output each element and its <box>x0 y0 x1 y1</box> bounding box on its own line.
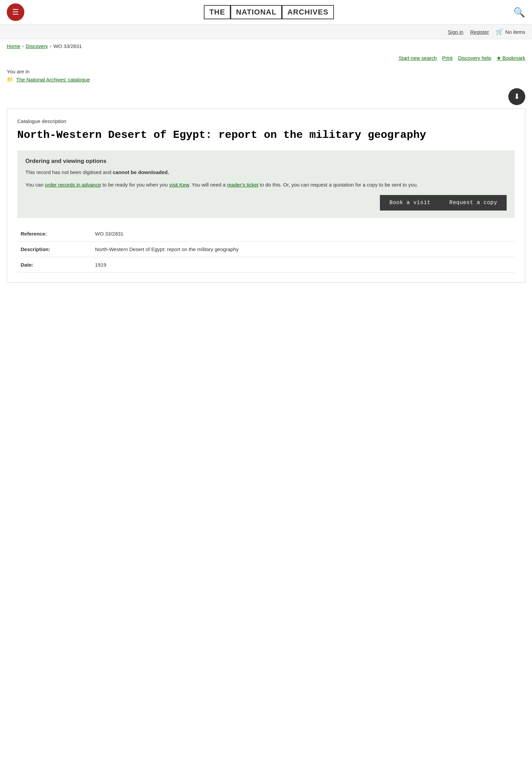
order-in-advance-link[interactable]: order records in advance <box>45 182 101 188</box>
catalogue-link[interactable]: The National Archives' catalogue <box>16 77 90 82</box>
date-label: Date: <box>17 257 92 273</box>
chevron-right-icon-2: › <box>50 44 51 49</box>
site-header: ☰ THE NATIONAL ARCHIVES 🔍 <box>0 0 532 25</box>
reference-value: WO 33/2831 <box>92 226 515 242</box>
download-area: ⬇ <box>0 85 532 108</box>
catalogue-link-area: 📁 The National Archives' catalogue <box>7 76 525 83</box>
register-link[interactable]: Register <box>470 29 489 35</box>
ordering-text2-part2: to be ready for you when you <box>101 182 169 188</box>
folder-icon: 📁 <box>7 76 14 83</box>
bookmark-label: Bookmark <box>502 55 525 61</box>
sign-in-link[interactable]: Sign in <box>448 29 463 35</box>
table-row-date: Date: 1919 <box>17 257 515 273</box>
date-value: 1919 <box>92 257 515 273</box>
breadcrumb: Home › Discovery › WO 33/2831 <box>0 39 532 53</box>
visit-kew-link[interactable]: visit Kew <box>169 182 189 188</box>
logo-the: THE <box>204 5 231 19</box>
details-table: Reference: WO 33/2831 Description: North… <box>17 226 515 273</box>
ordering-buttons: Book a visit Request a copy <box>25 195 507 211</box>
search-button[interactable]: 🔍 <box>513 7 525 18</box>
readers-ticket-link[interactable]: reader's ticket <box>227 182 259 188</box>
bookmark-link[interactable]: ★ Bookmark <box>497 55 525 61</box>
ordering-title: Ordering and viewing options <box>25 158 507 165</box>
download-arrow-icon: ⬇ <box>514 92 520 101</box>
ordering-text2: You can order records in advance to be r… <box>25 181 507 189</box>
ordering-text-bold: cannot be downloaded. <box>113 169 169 175</box>
table-row-reference: Reference: WO 33/2831 <box>17 226 515 242</box>
hamburger-icon: ☰ <box>12 8 19 17</box>
logo-archives: ARCHIVES <box>282 5 334 19</box>
breadcrumb-discovery[interactable]: Discovery <box>26 43 48 49</box>
request-copy-button[interactable]: Request a copy <box>440 195 507 211</box>
search-icon: 🔍 <box>513 7 525 18</box>
breadcrumb-current: WO 33/2831 <box>53 43 82 49</box>
download-button[interactable]: ⬇ <box>508 88 525 105</box>
toolbar: Start new search Print Discovery help ★ … <box>0 53 532 65</box>
location-section: You are in 📁 The National Archives' cata… <box>0 65 532 85</box>
discovery-help-link[interactable]: Discovery help <box>458 55 491 61</box>
ordering-text2-part1: You can <box>25 182 45 188</box>
description-label: Description: <box>17 242 92 257</box>
site-logo: THE NATIONAL ARCHIVES <box>204 5 334 19</box>
ordering-text-part1: This record has not been digitised and <box>25 169 113 175</box>
ordering-box: Ordering and viewing options This record… <box>17 150 515 218</box>
catalogue-description-label: Catalogue description <box>17 118 515 124</box>
start-new-search-link[interactable]: Start new search <box>399 55 437 61</box>
description-value: North-Western Desert of Egypt: report on… <box>92 242 515 257</box>
ordering-text: This record has not been digitised and c… <box>25 169 507 176</box>
main-card: Catalogue description North-Western Dese… <box>7 108 525 283</box>
table-row-description: Description: North-Western Desert of Egy… <box>17 242 515 257</box>
book-visit-button[interactable]: Book a visit <box>380 195 440 211</box>
ordering-text2-part4: to do this. Or, you can request a quotat… <box>258 182 418 188</box>
breadcrumb-home[interactable]: Home <box>7 43 20 49</box>
reference-label: Reference: <box>17 226 92 242</box>
logo-national: NATIONAL <box>231 5 282 19</box>
star-icon: ★ <box>497 55 501 61</box>
menu-button[interactable]: ☰ <box>7 3 24 21</box>
cart-icon: 🛒 <box>496 28 503 35</box>
no-items-label: No items <box>505 29 525 35</box>
ordering-text2-part3: . You will need a <box>189 182 227 188</box>
sub-header: Sign in Register 🛒 No items <box>0 25 532 39</box>
cart-area: 🛒 No items <box>496 28 525 35</box>
chevron-right-icon: › <box>22 44 24 49</box>
you-are-in-label: You are in <box>7 69 525 74</box>
print-link[interactable]: Print <box>442 55 453 61</box>
record-title: North-Western Desert of Egypt: report on… <box>17 128 515 142</box>
